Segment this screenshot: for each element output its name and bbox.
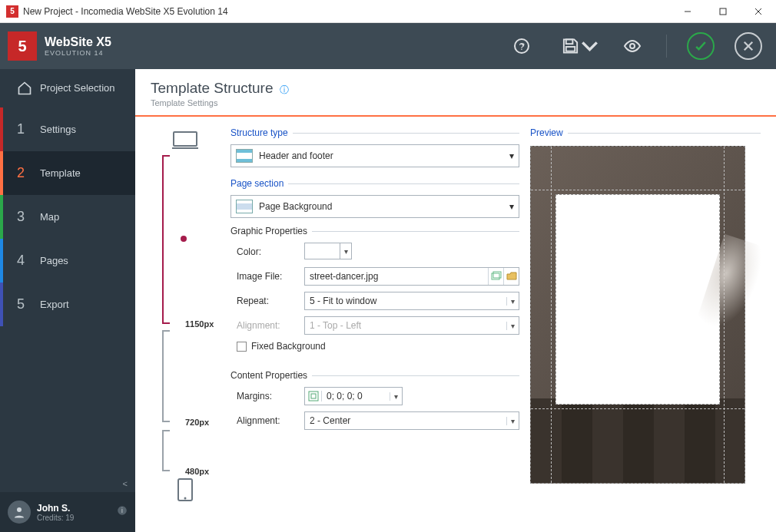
svg-rect-20 (309, 392, 318, 401)
accent-template (0, 151, 3, 195)
app-header: 5 WebSite X5 EVOLUTION 14 ? (0, 23, 776, 69)
form-panel: Structure type Header and footer ▾ Page … (230, 127, 519, 524)
structure-type-select[interactable]: Header and footer ▾ (230, 144, 519, 167)
label-color: Color: (230, 246, 304, 257)
user-credits: Credits: 19 (37, 514, 74, 522)
info-icon[interactable]: ⓘ (280, 84, 289, 95)
label-image-file: Image File: (230, 271, 304, 282)
svg-rect-21 (311, 394, 316, 398)
window-title: New Project - Incomedia WebSite X5 Evolu… (23, 6, 228, 17)
accent-map (0, 195, 3, 239)
label-repeat: Repeat: (230, 296, 304, 306)
info-icon[interactable]: i (117, 505, 128, 519)
svg-point-8 (630, 44, 635, 48)
step-label: Template (40, 167, 81, 179)
sidebar-collapse[interactable]: < (0, 475, 135, 492)
save-button[interactable] (562, 32, 599, 60)
label-margins: Margins: (230, 391, 304, 401)
minimize-button[interactable] (670, 0, 705, 23)
avatar (8, 501, 31, 524)
breakpoint-label-3: 480px (185, 467, 209, 476)
repeat-select[interactable]: 5 - Fit to window▾ (304, 292, 519, 310)
step-template[interactable]: 2 Template (0, 151, 135, 195)
folder-open-icon[interactable] (503, 268, 519, 285)
page-background-icon (236, 200, 253, 213)
step-map[interactable]: 3 Map (0, 195, 135, 239)
svg-text:?: ? (519, 41, 524, 52)
breakpoint-dot-1[interactable] (181, 236, 187, 242)
app-icon: 5 (6, 5, 18, 18)
user-block[interactable]: John S. Credits: 19 i (0, 492, 135, 532)
color-picker[interactable]: ▾ (304, 243, 352, 259)
home-icon (17, 81, 40, 96)
label-alignment: Alignment: (230, 320, 304, 331)
svg-point-17 (184, 497, 187, 500)
chevron-down-icon: ▾ (509, 201, 514, 212)
header-footer-icon (236, 149, 253, 163)
legend-structure-type: Structure type (230, 127, 288, 138)
svg-rect-14 (174, 132, 197, 146)
step-label: Export (40, 299, 69, 310)
image-file-input[interactable]: street-dancer.jpg (304, 267, 519, 286)
page-header: Template Structure ⓘ Template Settings (135, 69, 776, 117)
user-name: John S. (37, 503, 74, 514)
step-settings[interactable]: 1 Settings (0, 107, 135, 151)
legend-page-section: Page section (230, 178, 284, 189)
breakpoint-label-2: 720px (185, 418, 209, 427)
maximize-button[interactable] (705, 0, 741, 23)
content-alignment-select[interactable]: 2 - Center▾ (304, 411, 519, 430)
margins-input[interactable]: 0; 0; 0; 0▾ (304, 387, 403, 405)
group-graphic-properties: Graphic Properties (230, 226, 307, 236)
help-button[interactable]: ? (505, 32, 542, 60)
window-titlebar: 5 New Project - Incomedia WebSite X5 Evo… (0, 0, 776, 23)
step-label: Pages (40, 255, 68, 266)
breakpoint-ruler: 1150px 720px 480px (151, 127, 220, 524)
group-content-properties: Content Properties (230, 370, 307, 381)
step-project-selection[interactable]: Project Selection (0, 69, 135, 107)
page-section-select[interactable]: Page Background ▾ (230, 195, 519, 218)
step-pages[interactable]: 4 Pages (0, 239, 135, 283)
svg-text:i: i (121, 507, 123, 514)
close-button[interactable] (741, 0, 776, 23)
legend-preview: Preview (530, 127, 563, 138)
svg-rect-1 (720, 8, 726, 15)
label-content-alignment: Alignment: (230, 415, 304, 426)
brand-logo-icon: 5 (8, 31, 37, 61)
cancel-button[interactable] (735, 32, 762, 60)
step-label: Settings (40, 124, 76, 135)
chevron-down-icon: ▾ (509, 150, 514, 161)
confirm-button[interactable] (687, 32, 715, 60)
svg-rect-7 (566, 47, 575, 51)
page-subtitle: Template Settings (151, 98, 761, 107)
accent-settings (0, 107, 3, 151)
desktop-icon (172, 131, 198, 150)
alignment-select: 1 - Top - Left▾ (304, 316, 519, 335)
gallery-icon[interactable] (488, 268, 503, 285)
svg-rect-6 (566, 39, 573, 44)
accent-pages (0, 239, 3, 283)
margins-icon (305, 391, 322, 401)
step-export[interactable]: 5 Export (0, 283, 135, 326)
preview-button[interactable] (618, 32, 646, 60)
main-area: Template Structure ⓘ Template Settings 1… (135, 69, 776, 532)
fixed-background-checkbox[interactable]: Fixed Background (230, 341, 519, 352)
step-label: Project Selection (40, 82, 115, 94)
preview-canvas[interactable] (530, 146, 745, 484)
toolbar-separator (666, 35, 667, 58)
page-title: Template Structure (151, 80, 273, 97)
brand-text: WebSite X5 EVOLUTION 14 (45, 35, 111, 57)
breakpoint-label-1: 1150px (185, 319, 214, 329)
mobile-icon (177, 477, 194, 502)
accent-export (0, 283, 3, 326)
svg-point-11 (17, 507, 22, 512)
step-sidebar: Project Selection 1 Settings 2 Template … (0, 69, 135, 532)
preview-panel: Preview (530, 127, 761, 524)
step-label: Map (40, 211, 59, 223)
